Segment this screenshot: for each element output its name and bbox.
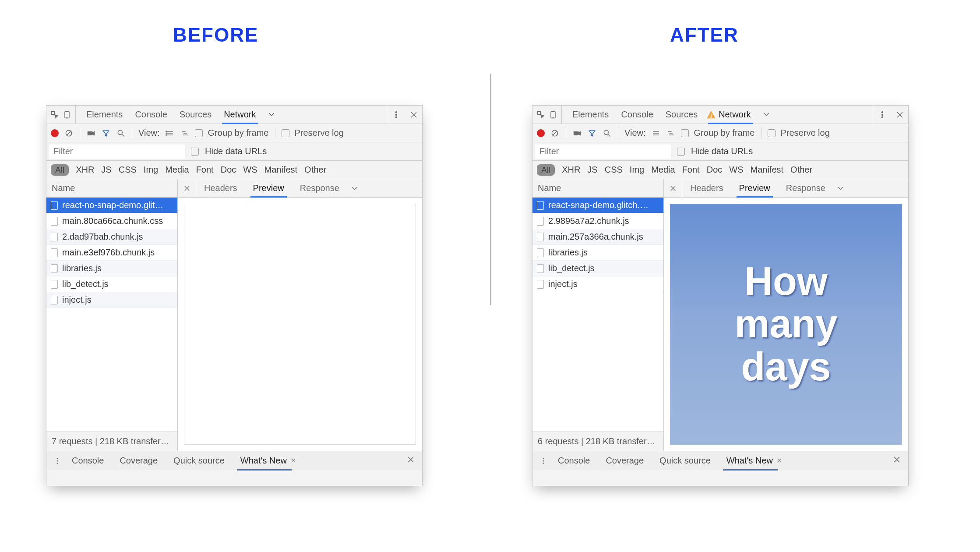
view-list-icon[interactable] [651,128,661,138]
close-sidepanel-icon[interactable] [664,179,682,197]
col-name-header[interactable]: Name [532,179,663,198]
tab-preview[interactable]: Preview [245,179,292,197]
camera-icon[interactable] [572,128,582,138]
type-doc[interactable]: Doc [707,165,723,175]
type-img[interactable]: Img [630,165,644,175]
request-row[interactable]: libraries.js [532,245,663,261]
request-row[interactable]: lib_detect.js [532,261,663,276]
preserve-log-checkbox[interactable] [282,129,289,137]
search-icon[interactable] [116,128,126,138]
view-list-icon[interactable] [165,128,175,138]
type-ws[interactable]: WS [243,165,257,175]
type-js[interactable]: JS [101,165,111,175]
clear-icon[interactable] [64,128,74,138]
drawer-close-icon[interactable] [404,455,418,466]
type-other[interactable]: Other [790,165,812,175]
tab-headers[interactable]: Headers [682,179,731,197]
drawer-close-icon[interactable] [890,455,904,466]
close-devtools-icon[interactable] [409,110,419,120]
type-css[interactable]: CSS [119,165,137,175]
type-manifest[interactable]: Manifest [750,165,783,175]
request-row[interactable]: main.80ca66ca.chunk.css [46,213,177,229]
type-other[interactable]: Other [304,165,326,175]
request-row[interactable]: react-snap-demo.glitch.… [532,198,663,213]
drawer-tab-coverage[interactable]: Coverage [598,451,652,470]
type-xhr[interactable]: XHR [562,165,580,175]
type-font[interactable]: Font [196,165,214,175]
drawer-tab-console[interactable]: Console [64,451,112,470]
more-tabs-icon[interactable] [267,110,276,120]
type-media[interactable]: Media [165,165,189,175]
more-tabs-icon[interactable] [761,110,771,120]
close-tab-icon[interactable]: ✕ [290,456,296,465]
filter-icon[interactable] [101,128,111,138]
view-waterfall-icon[interactable] [666,128,676,138]
tab-response[interactable]: Response [778,179,833,197]
search-icon[interactable] [602,128,612,138]
type-all[interactable]: All [537,164,555,176]
request-row[interactable]: inject.js [532,276,663,292]
tab-elements[interactable]: Elements [566,106,615,124]
device-icon[interactable] [62,110,72,120]
drawer-tab-coverage[interactable]: Coverage [112,451,166,470]
type-ws[interactable]: WS [729,165,743,175]
col-name-header[interactable]: Name [46,179,177,198]
inspect-icon[interactable] [536,110,546,120]
more-preview-tabs-icon[interactable] [350,184,360,193]
hide-data-urls-checkbox[interactable] [677,148,685,156]
drawer-kebab-icon[interactable] [537,457,550,465]
filter-input[interactable] [49,145,185,159]
kebab-icon[interactable] [391,110,401,120]
view-waterfall-icon[interactable] [180,128,190,138]
filter-input[interactable] [535,145,671,159]
type-manifest[interactable]: Manifest [264,165,297,175]
request-row[interactable]: react-no-snap-demo.glit… [46,198,177,213]
type-font[interactable]: Font [682,165,700,175]
inspect-icon[interactable] [50,110,60,120]
type-js[interactable]: JS [587,165,597,175]
filter-icon[interactable] [587,128,597,138]
more-preview-tabs-icon[interactable] [836,184,846,193]
tab-preview[interactable]: Preview [731,179,778,197]
group-by-frame-checkbox[interactable] [681,129,689,137]
drawer-tab-quick-source[interactable]: Quick source [652,451,719,470]
drawer-kebab-icon[interactable] [51,457,64,465]
request-row[interactable]: 2.dad97bab.chunk.js [46,229,177,245]
camera-icon[interactable] [86,128,96,138]
tab-console[interactable]: Console [129,106,173,124]
drawer-tab-console[interactable]: Console [550,451,598,470]
tab-response[interactable]: Response [292,179,347,197]
type-css[interactable]: CSS [605,165,623,175]
type-xhr[interactable]: XHR [76,165,94,175]
close-devtools-icon[interactable] [895,110,905,120]
hide-data-urls-checkbox[interactable] [191,148,199,156]
request-row[interactable]: libraries.js [46,261,177,276]
request-row[interactable]: 2.9895a7a2.chunk.js [532,213,663,229]
tab-elements[interactable]: Elements [80,106,129,124]
group-by-frame-checkbox[interactable] [195,129,203,137]
request-row[interactable]: lib_detect.js [46,276,177,292]
type-img[interactable]: Img [144,165,158,175]
drawer-tab-whats-new[interactable]: What's New✕ [233,451,304,470]
drawer-tab-whats-new[interactable]: What's New✕ [719,451,790,470]
request-row[interactable]: main.257a366a.chunk.js [532,229,663,245]
close-tab-icon[interactable]: ✕ [776,456,782,465]
tab-headers[interactable]: Headers [196,179,245,197]
close-sidepanel-icon[interactable] [178,179,196,197]
tab-network[interactable]: Network [218,106,262,124]
drawer-tab-quick-source[interactable]: Quick source [166,451,233,470]
tab-network[interactable]: Network [704,106,757,124]
device-icon[interactable] [548,110,558,120]
request-row[interactable]: inject.js [46,292,177,308]
record-icon[interactable] [537,129,545,137]
record-icon[interactable] [51,129,59,137]
preserve-log-checkbox[interactable] [768,129,776,137]
tab-sources[interactable]: Sources [659,106,704,124]
kebab-icon[interactable] [878,110,887,120]
clear-icon[interactable] [550,128,560,138]
type-doc[interactable]: Doc [221,165,236,175]
tab-console[interactable]: Console [615,106,659,124]
tab-sources[interactable]: Sources [173,106,218,124]
type-media[interactable]: Media [651,165,675,175]
request-row[interactable]: main.e3ef976b.chunk.js [46,245,177,261]
